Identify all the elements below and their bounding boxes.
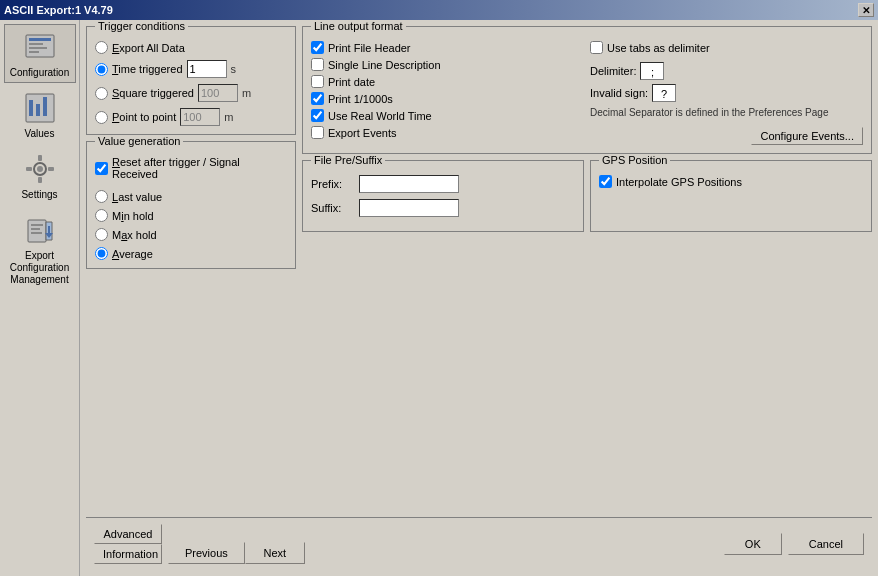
bottom-bar: Advanced Information Previous Next OK Ca… bbox=[86, 517, 872, 570]
trigger-conditions-title: Trigger conditions bbox=[95, 20, 188, 32]
single-line-desc-label: Single Line Description bbox=[328, 59, 441, 71]
svg-rect-8 bbox=[43, 97, 47, 116]
sidebar-item-settings-label: Settings bbox=[21, 189, 57, 200]
export-all-radio[interactable] bbox=[95, 41, 108, 54]
cancel-button[interactable]: Cancel bbox=[788, 533, 864, 555]
decimal-note: Decimal Separator is defined in the Pref… bbox=[590, 106, 863, 119]
min-hold-label: Min hold bbox=[112, 210, 154, 222]
svg-rect-16 bbox=[31, 224, 43, 226]
suffix-label: Suffix: bbox=[311, 202, 353, 214]
left-panels: Trigger conditions Export All Data Time … bbox=[86, 26, 296, 511]
use-real-world-label: Use Real World Time bbox=[328, 110, 432, 122]
sidebar: Configuration Values bbox=[0, 20, 80, 576]
square-triggered-label: Square triggered bbox=[112, 87, 194, 99]
max-hold-radio[interactable] bbox=[95, 228, 108, 241]
close-button[interactable]: ✕ bbox=[858, 3, 874, 17]
use-tabs-label: Use tabs as delimiter bbox=[607, 42, 710, 54]
sidebar-item-settings[interactable]: Settings bbox=[4, 146, 76, 205]
time-triggered-radio[interactable] bbox=[95, 63, 108, 76]
use-tabs-checkbox[interactable] bbox=[590, 41, 603, 54]
sidebar-item-configuration[interactable]: Configuration bbox=[4, 24, 76, 83]
suffix-input[interactable] bbox=[359, 199, 459, 217]
svg-rect-4 bbox=[29, 51, 39, 53]
interpolate-gps-checkbox[interactable] bbox=[599, 175, 612, 188]
title-text: ASCII Export:1 V4.79 bbox=[4, 4, 113, 16]
advanced-button[interactable]: Advanced bbox=[94, 524, 162, 544]
svg-rect-17 bbox=[31, 228, 40, 230]
invalid-sign-label: Invalid sign: bbox=[590, 87, 648, 99]
next-button[interactable]: Next bbox=[245, 542, 305, 564]
point-to-point-label: Point to point bbox=[112, 111, 176, 123]
svg-rect-2 bbox=[29, 43, 43, 45]
previous-button[interactable]: Previous bbox=[168, 542, 245, 564]
point-to-point-radio[interactable] bbox=[95, 111, 108, 124]
time-triggered-input[interactable] bbox=[187, 60, 227, 78]
point-to-point-row: Point to point m bbox=[95, 108, 287, 126]
bottom-right-panels: File Pre/Suffix Prefix: Suffix: GPS Posi… bbox=[302, 160, 872, 232]
use-tabs-row: Use tabs as delimiter bbox=[590, 41, 863, 54]
file-pre-suffix-title: File Pre/Suffix bbox=[311, 154, 385, 166]
print-date-label: Print date bbox=[328, 76, 375, 88]
svg-rect-3 bbox=[29, 47, 47, 49]
print-date-row: Print date bbox=[311, 75, 584, 88]
file-pre-suffix-group: File Pre/Suffix Prefix: Suffix: bbox=[302, 160, 584, 232]
export-events-checkbox[interactable] bbox=[311, 126, 324, 139]
prefix-input[interactable] bbox=[359, 175, 459, 193]
svg-rect-15 bbox=[28, 220, 46, 242]
prefix-label: Prefix: bbox=[311, 178, 353, 190]
print-1000s-label: Print 1/1000s bbox=[328, 93, 393, 105]
svg-rect-1 bbox=[29, 38, 51, 41]
max-hold-label: Max hold bbox=[112, 229, 157, 241]
sidebar-item-values[interactable]: Values bbox=[4, 85, 76, 144]
ok-button[interactable]: OK bbox=[724, 533, 782, 555]
content-area: Trigger conditions Export All Data Time … bbox=[80, 20, 878, 576]
invalid-sign-row: Invalid sign: ? bbox=[590, 84, 863, 102]
average-radio[interactable] bbox=[95, 247, 108, 260]
min-hold-row: Min hold bbox=[95, 209, 287, 222]
average-row: Average bbox=[95, 247, 287, 260]
time-triggered-row: Time triggered s bbox=[95, 60, 287, 78]
sidebar-item-values-label: Values bbox=[25, 128, 55, 139]
svg-rect-18 bbox=[31, 232, 42, 234]
bottom-right-buttons: OK Cancel bbox=[724, 533, 864, 555]
right-panels: Line output format Print File Header Sin… bbox=[302, 26, 872, 511]
svg-rect-14 bbox=[48, 167, 54, 171]
reset-after-row: Reset after trigger / Signal Received bbox=[95, 156, 287, 180]
print-date-checkbox[interactable] bbox=[311, 75, 324, 88]
print-file-header-checkbox[interactable] bbox=[311, 41, 324, 54]
delimiter-row: Delimiter: ; bbox=[590, 62, 863, 80]
configure-events-button[interactable]: Configure Events... bbox=[751, 127, 863, 145]
suffix-row: Suffix: bbox=[311, 199, 575, 217]
use-real-world-row: Use Real World Time bbox=[311, 109, 584, 122]
delimiter-value: ; bbox=[640, 62, 664, 80]
point-to-point-input[interactable] bbox=[180, 108, 220, 126]
svg-rect-13 bbox=[26, 167, 32, 171]
sidebar-item-export-config[interactable]: Export Configuration Management bbox=[4, 207, 76, 291]
information-button[interactable]: Information bbox=[94, 544, 162, 564]
time-triggered-unit: s bbox=[231, 63, 237, 75]
max-hold-row: Max hold bbox=[95, 228, 287, 241]
time-triggered-label: Time triggered bbox=[112, 63, 183, 75]
trigger-conditions-group: Trigger conditions Export All Data Time … bbox=[86, 26, 296, 135]
min-hold-radio[interactable] bbox=[95, 209, 108, 222]
sidebar-item-export-config-label: Export Configuration Management bbox=[7, 250, 73, 286]
last-value-label: Last value bbox=[112, 191, 162, 203]
square-triggered-radio[interactable] bbox=[95, 87, 108, 100]
bottom-left-buttons: Advanced Information Previous Next bbox=[94, 524, 305, 564]
interpolate-gps-row: Interpolate GPS Positions bbox=[599, 175, 863, 188]
value-generation-group: Value generation Reset after trigger / S… bbox=[86, 141, 296, 269]
use-real-world-checkbox[interactable] bbox=[311, 109, 324, 122]
last-value-radio[interactable] bbox=[95, 190, 108, 203]
spacer bbox=[302, 238, 872, 511]
single-line-desc-checkbox[interactable] bbox=[311, 58, 324, 71]
export-events-row: Export Events bbox=[311, 126, 584, 139]
prefix-row: Prefix: bbox=[311, 175, 575, 193]
sidebar-item-configuration-label: Configuration bbox=[10, 67, 69, 78]
reset-after-checkbox[interactable] bbox=[95, 162, 108, 175]
single-line-desc-row: Single Line Description bbox=[311, 58, 584, 71]
export-events-label: Export Events bbox=[328, 127, 396, 139]
title-bar: ASCII Export:1 V4.79 ✕ bbox=[0, 0, 878, 20]
print-1000s-checkbox[interactable] bbox=[311, 92, 324, 105]
square-triggered-input[interactable] bbox=[198, 84, 238, 102]
last-value-row: Last value bbox=[95, 190, 287, 203]
